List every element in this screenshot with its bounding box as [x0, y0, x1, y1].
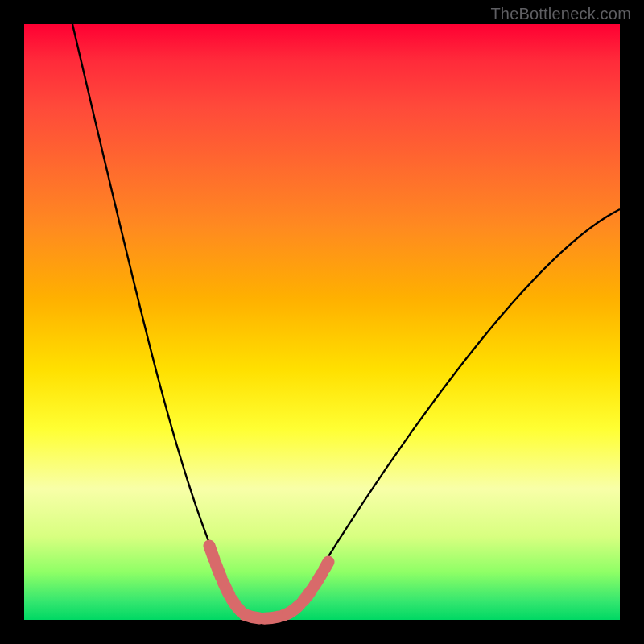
- bottleneck-curve: [72, 24, 620, 618]
- optimal-zone-bottom: [246, 613, 288, 618]
- chart-plot-area: [24, 24, 620, 620]
- optimal-zone-right: [288, 562, 328, 613]
- watermark-text: TheBottleneck.com: [490, 5, 631, 23]
- chart-frame: TheBottleneck.com: [0, 0, 644, 644]
- chart-svg: [24, 24, 620, 620]
- optimal-zone-left: [209, 546, 246, 615]
